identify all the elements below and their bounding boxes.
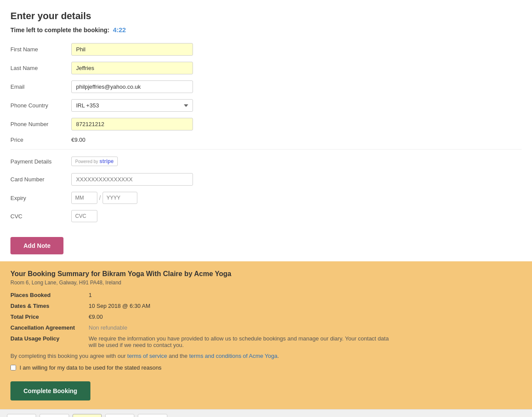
data-usage-label: Data Usage Policy — [10, 335, 89, 342]
add-note-button[interactable]: Add Note — [10, 237, 63, 254]
consent-label-text: I am willing for my data to be used for … — [20, 364, 162, 371]
summary-title: Your Booking Summary for Bikram Yoga Wit… — [10, 270, 522, 278]
cancellation-value: Non refundable — [89, 324, 127, 331]
phone-number-input[interactable] — [71, 118, 193, 130]
last-name-input[interactable] — [71, 62, 193, 74]
phone-number-row: Phone Number — [10, 118, 522, 130]
dates-times-row: Dates & Times 10 Sep 2018 @ 6:30 AM — [10, 303, 522, 309]
expiry-yyyy-input[interactable] — [103, 192, 137, 204]
card-number-label: Card Number — [10, 176, 71, 183]
cvc-input[interactable] — [71, 210, 97, 222]
places-booked-row: Places Booked 1 — [10, 292, 522, 298]
consent-checkbox[interactable] — [10, 365, 16, 370]
phone-country-select[interactable]: IRL +353 GBR +44 USA +1 — [71, 99, 193, 112]
last-name-label: Last Name — [10, 65, 71, 71]
expiry-mm-input[interactable] — [71, 192, 97, 204]
cvc-row: CVC — [10, 210, 522, 222]
places-booked-value: 1 — [89, 292, 92, 298]
last-name-row: Last Name — [10, 62, 522, 74]
price-label: Price — [10, 137, 71, 143]
timer-value: 4:22 — [113, 26, 126, 33]
timer-row: Time left to complete the booking: 4:22 — [10, 26, 522, 33]
email-input[interactable] — [71, 80, 193, 93]
booking-summary: Your Booking Summary for Bikram Yoga Wit… — [0, 261, 532, 409]
form-section: Enter your details Time left to complete… — [0, 0, 532, 261]
first-name-row: First Name — [10, 43, 522, 56]
data-usage-row: Data Usage Policy We require the informa… — [10, 335, 522, 348]
dates-times-value: 10 Sep 2018 @ 6:30 AM — [89, 303, 150, 309]
bottom-tab-1[interactable]: Tab 1 — [7, 414, 36, 417]
terms-conditions-link[interactable]: terms and conditions of Acme Yoga — [189, 353, 277, 359]
bottom-tab-5[interactable]: Tab 5 — [138, 414, 167, 417]
cancellation-row: Cancellation Agreement Non refundable — [10, 324, 522, 331]
bottom-bar: Tab 1 Tab 2 Tab 3 Tab 4 Tab 5 — [0, 409, 532, 417]
cancellation-label: Cancellation Agreement — [10, 324, 89, 331]
payment-details-row: Payment Details Powered by stripe — [10, 157, 522, 166]
bottom-tab-2[interactable]: Tab 2 — [40, 414, 69, 417]
places-booked-label: Places Booked — [10, 292, 89, 298]
dates-times-label: Dates & Times — [10, 303, 89, 309]
terms-text-middle: and the — [167, 353, 190, 359]
phone-country-label: Phone Country — [10, 102, 71, 109]
total-price-row: Total Price €9.00 — [10, 314, 522, 320]
phone-number-label: Phone Number — [10, 121, 71, 127]
price-row: Price €9.00 — [10, 137, 522, 143]
first-name-label: First Name — [10, 46, 71, 53]
cvc-label: CVC — [10, 213, 71, 220]
expiry-slash: / — [99, 194, 101, 201]
terms-text-after: . — [277, 353, 279, 359]
bottom-tab-4[interactable]: Tab 4 — [105, 414, 134, 417]
terms-of-service-link[interactable]: terms of service — [127, 353, 167, 359]
email-row: Email — [10, 80, 522, 93]
payment-details-label: Payment Details — [10, 158, 71, 165]
total-price-value: €9.00 — [89, 314, 103, 320]
card-number-input[interactable] — [71, 173, 193, 186]
complete-booking-button[interactable]: Complete Booking — [10, 381, 90, 400]
page-wrapper: Enter your details Time left to complete… — [0, 0, 532, 417]
price-value: €9.00 — [71, 137, 86, 143]
expiry-row: Expiry / — [10, 192, 522, 204]
card-number-row: Card Number — [10, 173, 522, 186]
stripe-powered-by: Powered by — [75, 159, 98, 164]
summary-address: Room 6, Long Lane, Galway, H91 PA48, Ire… — [10, 280, 522, 286]
expiry-inputs: / — [71, 192, 137, 204]
total-price-label: Total Price — [10, 314, 89, 320]
consent-label[interactable]: I am willing for my data to be used for … — [10, 364, 522, 371]
bottom-tab-3[interactable]: Tab 3 — [73, 414, 102, 417]
stripe-label: stripe — [100, 158, 114, 164]
timer-label: Time left to complete the booking: — [10, 27, 110, 33]
first-name-input[interactable] — [71, 43, 193, 56]
terms-text-before: By completing this booking you agree wit… — [10, 353, 127, 359]
divider — [10, 149, 522, 150]
email-label: Email — [10, 83, 71, 90]
page-title: Enter your details — [10, 10, 522, 22]
phone-country-row: Phone Country IRL +353 GBR +44 USA +1 — [10, 99, 522, 112]
expiry-label: Expiry — [10, 195, 71, 201]
consent-row: I am willing for my data to be used for … — [10, 364, 522, 371]
stripe-badge: Powered by stripe — [71, 157, 118, 166]
terms-row: By completing this booking you agree wit… — [10, 353, 522, 359]
data-usage-value: We require the information you have prov… — [89, 335, 393, 348]
